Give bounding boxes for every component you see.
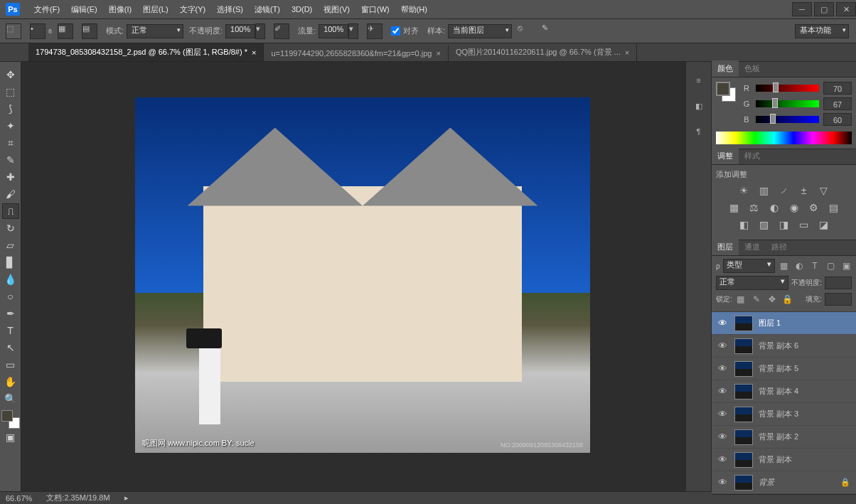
filter-pixel-icon[interactable]: ▦ xyxy=(778,260,789,272)
menu-filter[interactable]: 滤镜(T) xyxy=(249,4,286,15)
visibility-icon[interactable]: 👁 xyxy=(716,341,729,351)
layer-name[interactable]: 背景 副本 2 xyxy=(759,431,840,442)
posterize-icon[interactable]: ▨ xyxy=(757,218,771,231)
menu-select[interactable]: 选择(S) xyxy=(211,4,249,15)
layer-item[interactable]: 👁背景 副本 3 xyxy=(712,403,856,426)
eraser-tool-icon[interactable]: ▱ xyxy=(2,237,19,253)
paths-tab[interactable]: 路径 xyxy=(766,239,793,255)
layer-thumbnail[interactable] xyxy=(734,338,753,354)
selective-icon[interactable]: ◪ xyxy=(817,218,831,231)
channelmixer-icon[interactable]: ⚙ xyxy=(807,201,821,214)
opacity-dropdown-icon[interactable]: ▾ xyxy=(255,23,265,39)
layers-tab[interactable]: 图层 xyxy=(712,239,739,255)
document-canvas[interactable]: 昵图网 www.nipic.com BY: sucle NO:200909120… xyxy=(135,97,590,453)
filter-adj-icon[interactable]: ◐ xyxy=(793,260,805,272)
layer-item[interactable]: 👁背景 副本 5 xyxy=(712,358,856,380)
layer-thumbnail[interactable] xyxy=(734,384,753,400)
flow-dropdown-icon[interactable]: ▾ xyxy=(348,23,358,39)
workspace-select[interactable]: 基本功能 xyxy=(795,24,849,38)
lock-pixels-icon[interactable]: ✎ xyxy=(751,294,762,305)
r-slider[interactable] xyxy=(756,85,819,92)
type-tool-icon[interactable]: T xyxy=(2,323,19,338)
photofilter-icon[interactable]: ◉ xyxy=(787,201,801,214)
close-icon[interactable]: × xyxy=(625,48,629,57)
visibility-icon[interactable]: 👁 xyxy=(716,363,729,374)
visibility-icon[interactable]: 👁 xyxy=(716,431,729,442)
g-value[interactable]: 67 xyxy=(823,97,852,110)
layer-name[interactable]: 背景 副本 4 xyxy=(759,386,840,397)
r-value[interactable]: 70 xyxy=(823,82,852,95)
b-slider[interactable] xyxy=(756,116,819,123)
document-tab-2[interactable]: u=1199744290,2655828360&fm=21&gp=0.jpg × xyxy=(264,45,448,61)
quick-select-tool-icon[interactable]: ✦ xyxy=(2,118,19,134)
layer-thumbnail[interactable] xyxy=(734,475,753,490)
menu-layer[interactable]: 图层(L) xyxy=(137,4,173,15)
current-tool-icon[interactable]: ⬚ xyxy=(6,23,21,39)
zoom-level[interactable]: 66.67% xyxy=(6,494,32,503)
sample-select[interactable]: 当前图层 xyxy=(448,24,512,38)
lasso-tool-icon[interactable]: ⟆ xyxy=(2,101,19,117)
zoom-tool-icon[interactable]: 🔍 xyxy=(2,391,19,407)
shape-tool-icon[interactable]: ▭ xyxy=(2,357,19,372)
layer-thumbnail[interactable] xyxy=(734,452,753,468)
g-slider[interactable] xyxy=(756,100,819,107)
layer-name[interactable]: 图层 1 xyxy=(759,318,840,328)
filter-smart-icon[interactable]: ▣ xyxy=(840,260,852,272)
document-tab-1[interactable]: 1794738_085308432158_2.psd @ 66.7% (图层 1… xyxy=(28,43,264,61)
visibility-icon[interactable]: 👁 xyxy=(716,386,729,397)
crop-tool-icon[interactable]: ⌗ xyxy=(2,135,19,151)
lock-transparent-icon[interactable]: ▦ xyxy=(735,294,747,305)
lock-position-icon[interactable]: ✥ xyxy=(766,294,778,305)
blur-tool-icon[interactable]: 💧 xyxy=(2,272,19,287)
colorbalance-icon[interactable]: ⚖ xyxy=(747,201,761,214)
layer-thumbnail[interactable] xyxy=(734,361,753,377)
brush-tool-icon[interactable]: 🖌 xyxy=(2,186,19,202)
opacity-input[interactable]: 100% xyxy=(225,24,255,38)
swatches-tab[interactable]: 色板 xyxy=(739,60,766,77)
canvas-area[interactable]: 昵图网 www.nipic.com BY: sucle NO:200909120… xyxy=(21,62,685,491)
layer-item[interactable]: 👁背景 副本 2 xyxy=(712,426,856,449)
adjustments-tab[interactable]: 调整 xyxy=(712,148,739,164)
levels-icon[interactable]: ▥ xyxy=(757,184,771,197)
close-icon[interactable]: × xyxy=(436,49,440,58)
dodge-tool-icon[interactable]: ○ xyxy=(2,289,19,304)
pen-tool-icon[interactable]: ✒ xyxy=(2,306,19,321)
menu-file[interactable]: 文件(F) xyxy=(28,4,65,15)
properties-panel-icon[interactable]: ◧ xyxy=(690,97,707,114)
document-tab-3[interactable]: QQ图片20140116220611.jpg @ 66.7% (背景 ... × xyxy=(449,43,637,61)
exposure-icon[interactable]: ± xyxy=(797,184,811,197)
path-select-tool-icon[interactable]: ↖ xyxy=(2,340,19,355)
color-swatches[interactable] xyxy=(1,410,20,429)
marquee-tool-icon[interactable]: ⬚ xyxy=(2,84,19,100)
pressure-opacity-icon[interactable]: ✐ xyxy=(274,23,289,39)
styles-tab[interactable]: 样式 xyxy=(739,148,766,164)
b-value[interactable]: 60 xyxy=(823,113,852,126)
visibility-icon[interactable]: 👁 xyxy=(716,454,729,465)
layer-item[interactable]: 👁背景🔒 xyxy=(712,471,856,494)
menu-type[interactable]: 文字(Y) xyxy=(174,4,212,15)
layer-item[interactable]: 👁图层 1 xyxy=(712,312,856,335)
move-tool-icon[interactable]: ✥ xyxy=(2,67,19,82)
hue-icon[interactable]: ▦ xyxy=(727,201,742,214)
filter-type-icon[interactable]: T xyxy=(809,260,820,272)
visibility-icon[interactable]: 👁 xyxy=(716,318,729,328)
lock-all-icon[interactable]: 🔒 xyxy=(782,294,793,305)
eyedropper-tool-icon[interactable]: ✎ xyxy=(2,152,19,168)
layer-opacity-input[interactable] xyxy=(825,277,852,289)
gradientmap-icon[interactable]: ▭ xyxy=(797,218,811,231)
layer-thumbnail[interactable] xyxy=(734,429,753,445)
foreground-color-swatch[interactable] xyxy=(1,410,13,422)
pressure-size-icon[interactable]: ✎ xyxy=(542,23,557,39)
channels-tab[interactable]: 通道 xyxy=(739,239,766,255)
layer-item[interactable]: 👁背景 副本 6 xyxy=(712,335,856,358)
colorlookup-icon[interactable]: ▤ xyxy=(827,201,841,214)
panel-color-swatches[interactable] xyxy=(716,82,736,102)
menu-3d[interactable]: 3D(D) xyxy=(286,5,318,14)
visibility-icon[interactable]: 👁 xyxy=(716,409,729,419)
gradient-tool-icon[interactable]: ▊ xyxy=(2,254,19,270)
ignore-adj-icon[interactable]: ⦸ xyxy=(518,23,533,39)
curves-icon[interactable]: ⟋ xyxy=(777,184,791,197)
layer-name[interactable]: 背景 副本 5 xyxy=(759,363,840,374)
layer-blend-select[interactable]: 正常 xyxy=(716,276,788,290)
invert-icon[interactable]: ◧ xyxy=(737,218,751,231)
